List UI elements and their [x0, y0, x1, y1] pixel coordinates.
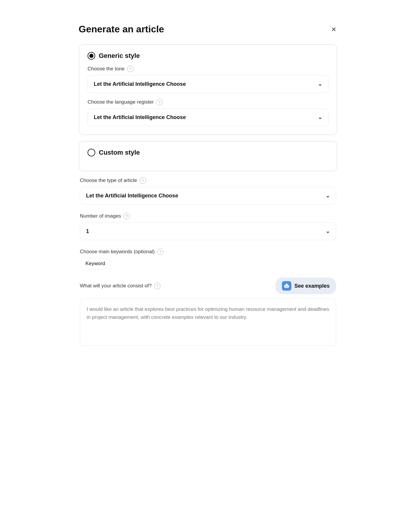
- svg-rect-7: [286, 283, 287, 284]
- custom-style-radio-label[interactable]: Custom style: [88, 149, 328, 156]
- custom-style-radio[interactable]: [88, 149, 95, 156]
- custom-style-card: Custom style: [79, 141, 337, 171]
- robot-svg: [284, 283, 290, 289]
- article-type-help-icon[interactable]: ?: [139, 177, 146, 184]
- generate-article-modal: Generate an article × Generic style Choo…: [66, 12, 350, 368]
- article-consist-textarea[interactable]: [80, 298, 336, 346]
- article-consist-section: What will your article consist of? ?: [80, 278, 336, 347]
- language-dropdown[interactable]: Let the Artificial Intelligence Choose ⌄: [88, 108, 328, 126]
- images-label: Number of images ?: [80, 213, 336, 219]
- svg-rect-5: [284, 286, 285, 287]
- svg-point-2: [285, 286, 286, 287]
- generic-style-label: Generic style: [99, 52, 140, 60]
- keywords-section: Choose main keywords (optional) ? Keywor…: [80, 248, 336, 269]
- tone-help-icon[interactable]: ?: [127, 66, 134, 72]
- outside-sections: Choose the type of article ? Let the Art…: [79, 177, 337, 347]
- images-chevron-icon: ⌄: [326, 228, 330, 235]
- article-type-value: Let the Artificial Intelligence Choose: [86, 193, 178, 199]
- see-examples-label: See examples: [294, 283, 330, 289]
- tone-field-label: Choose the tone ?: [88, 66, 328, 72]
- language-dropdown-value: Let the Artificial Intelligence Choose: [94, 114, 186, 121]
- generic-style-radio-label[interactable]: Generic style: [88, 52, 328, 60]
- modal-title: Generate an article: [79, 24, 164, 35]
- article-consist-label: What will your article consist of? ?: [80, 283, 161, 289]
- language-chevron-icon: ⌄: [318, 114, 322, 121]
- keywords-label: Choose main keywords (optional) ?: [80, 248, 336, 255]
- article-consist-help-icon[interactable]: ?: [154, 283, 161, 289]
- custom-style-label: Custom style: [99, 149, 140, 156]
- images-help-icon[interactable]: ?: [123, 213, 130, 219]
- images-section: Number of images ? 1 ⌄: [80, 213, 336, 240]
- generic-style-card: Generic style Choose the tone ? Let the …: [79, 44, 337, 135]
- article-type-section: Choose the type of article ? Let the Art…: [80, 177, 336, 205]
- modal-header: Generate an article ×: [79, 24, 337, 35]
- article-type-dropdown[interactable]: Let the Artificial Intelligence Choose ⌄: [80, 187, 336, 205]
- tone-dropdown-value: Let the Artificial Intelligence Choose: [94, 81, 186, 87]
- close-button[interactable]: ×: [330, 24, 337, 35]
- svg-point-3: [287, 286, 288, 287]
- language-register-label: Choose the language register ?: [88, 99, 328, 105]
- see-examples-button[interactable]: See examples: [275, 278, 336, 294]
- keyword-input[interactable]: Keyword: [80, 258, 111, 269]
- keywords-help-icon[interactable]: ?: [157, 248, 163, 255]
- keyword-placeholder: Keyword: [85, 261, 105, 267]
- language-help-icon[interactable]: ?: [156, 99, 163, 105]
- robot-icon: [282, 281, 291, 291]
- article-consist-header: What will your article consist of? ?: [80, 278, 336, 294]
- images-value: 1: [86, 228, 89, 235]
- svg-rect-4: [286, 287, 287, 288]
- tone-chevron-icon: ⌄: [318, 81, 322, 87]
- article-type-label: Choose the type of article ?: [80, 177, 336, 184]
- keyword-input-wrapper: Keyword: [80, 258, 111, 269]
- article-type-chevron-icon: ⌄: [326, 192, 330, 199]
- tone-dropdown[interactable]: Let the Artificial Intelligence Choose ⌄: [88, 75, 328, 93]
- generic-style-radio[interactable]: [88, 52, 95, 60]
- images-dropdown[interactable]: 1 ⌄: [80, 222, 336, 240]
- svg-rect-6: [289, 286, 289, 287]
